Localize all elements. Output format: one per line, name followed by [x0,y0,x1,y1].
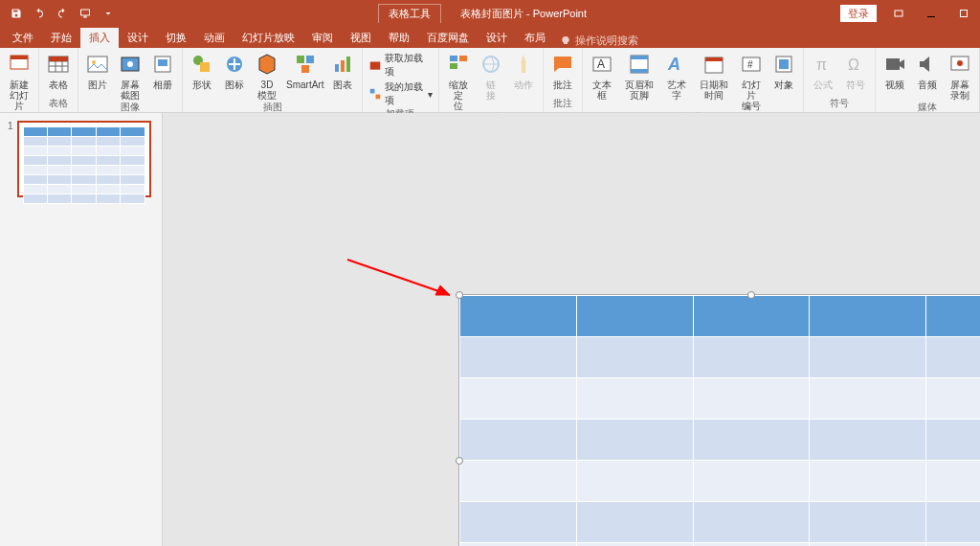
svg-rect-5 [49,57,68,61]
tab-review[interactable]: 审阅 [303,28,342,48]
audio-button[interactable]: 音频 [914,52,941,90]
svg-line-46 [347,260,450,295]
tab-file[interactable]: 文件 [4,28,42,48]
chart-button[interactable]: 图表 [329,52,356,90]
screenshot-icon [118,52,143,77]
document-title: 表格封面图片 - PowerPoint [460,7,587,21]
header-footer-button[interactable]: 页眉和页脚 [621,52,657,101]
svg-rect-19 [341,60,345,72]
thumbnail-wrap: 1 [8,121,154,197]
comment-button[interactable]: 批注 [549,52,576,90]
maximize-icon [958,8,969,19]
smartart-button[interactable]: SmartArt [286,52,323,90]
video-button[interactable]: 视频 [881,52,908,90]
resize-handle-tm[interactable] [747,291,755,299]
symbol-button[interactable]: Ω符号 [842,52,869,90]
tab-slideshow[interactable]: 幻灯片放映 [234,28,303,48]
tab-help[interactable]: 帮助 [380,28,418,48]
lightbulb-icon [560,35,571,47]
screen-rec-icon [947,52,972,77]
slide-table[interactable] [459,295,980,546]
tab-animation[interactable]: 动画 [195,28,234,48]
object-button[interactable]: 对象 [770,52,797,90]
pictures-icon [85,52,110,77]
table-button[interactable]: 表格 [45,52,72,90]
resize-handle-tl[interactable] [456,291,463,299]
thumbnail-table [23,126,145,204]
shapes-icon [189,52,214,77]
tab-table-design[interactable]: 设计 [478,28,516,48]
slide-thumbnail-1[interactable] [17,121,151,197]
datetime-button[interactable]: 日期和时间 [696,52,732,101]
table-row[interactable] [460,420,981,461]
group-slides: 新建 幻灯片 幻灯片 [0,48,39,112]
slideshow-qat-button[interactable] [75,3,96,24]
ribbon-display-button[interactable] [882,0,915,27]
my-addins-button[interactable]: 我的加载项 ▾ [368,80,432,107]
qat-dropdown[interactable] [98,3,119,24]
icons-button[interactable]: 图标 [221,52,248,90]
new-slide-button[interactable]: 新建 幻灯片 [6,52,33,111]
table-row[interactable] [460,337,981,378]
tab-transition[interactable]: 切换 [157,28,195,48]
login-button[interactable]: 登录 [840,5,877,22]
maximize-button[interactable] [947,0,980,27]
svg-rect-18 [335,64,339,72]
svg-rect-26 [450,63,457,69]
ribbon-tabs: 文件 开始 插入 设计 切换 动画 幻灯片放映 审阅 视图 帮助 百度网盘 设计… [0,27,980,48]
slide-thumbnail-pane[interactable]: 1 [0,113,163,546]
svg-rect-23 [376,95,381,100]
selected-table[interactable] [459,295,980,546]
group-illustrations: 形状 图标 3D 模型 SmartArt 图表 插图 [183,48,363,112]
header-icon [627,52,652,77]
context-tool-label: 表格工具 [378,4,441,23]
audio-icon [915,52,940,77]
save-icon [11,8,22,19]
action-button[interactable]: 动作 [510,52,537,90]
zoom-button[interactable]: 缩放定 位 [445,52,472,111]
link-button[interactable]: 链 接 [478,52,504,101]
get-addins-button[interactable]: 获取加载项 [368,52,432,79]
tab-home[interactable]: 开始 [42,28,80,48]
svg-rect-33 [631,69,648,73]
save-button[interactable] [6,3,27,24]
tab-view[interactable]: 视图 [342,28,380,48]
3d-models-button[interactable]: 3D 模型 [254,52,280,101]
slide-canvas[interactable] [163,113,980,546]
pictures-button[interactable]: 图片 [84,52,111,90]
group-media: 视频 音频 屏幕 录制 媒体 [876,48,980,112]
minimize-icon [925,8,937,19]
redo-button[interactable] [52,3,73,24]
svg-rect-6 [88,57,107,72]
shapes-button[interactable]: 形状 [189,52,215,90]
screenshot-button[interactable]: 屏幕截图 [117,52,144,101]
title-center: 表格工具 表格封面图片 - PowerPoint [124,4,840,23]
tell-me-search[interactable]: 操作说明搜索 [560,34,638,48]
screen-recording-button[interactable]: 屏幕 录制 [947,52,973,101]
tab-insert[interactable]: 插入 [80,28,119,48]
slidenum-button[interactable]: #幻灯片 编号 [738,52,765,111]
tab-layout[interactable]: 布局 [516,28,554,48]
table-row[interactable] [460,461,981,502]
undo-button[interactable] [29,3,50,24]
wordart-icon: A [664,52,689,77]
group-text: A文本框 页眉和页脚 A艺术字 日期和时间 #幻灯片 编号 对象 文本 [583,48,804,112]
album-button[interactable]: 相册 [149,52,176,90]
group-addins: 获取加载项 我的加载项 ▾ 加载项 [363,48,438,112]
new-slide-icon [7,52,32,77]
datetime-icon [702,52,726,77]
group-symbols-label: 符号 [830,97,849,112]
tab-design[interactable]: 设计 [119,28,157,48]
table-row[interactable] [460,296,981,337]
resize-handle-ml[interactable] [456,457,463,465]
minimize-button[interactable] [915,0,947,27]
window-controls: 登录 [840,0,980,27]
textbox-button[interactable]: A文本框 [589,52,615,101]
table-row[interactable] [460,378,981,420]
svg-point-45 [957,60,963,66]
table-row[interactable] [460,543,981,547]
wordart-button[interactable]: A艺术字 [663,52,690,101]
equation-button[interactable]: π公式 [810,52,836,90]
tab-baidu[interactable]: 百度网盘 [418,28,478,48]
table-row[interactable] [460,502,981,543]
